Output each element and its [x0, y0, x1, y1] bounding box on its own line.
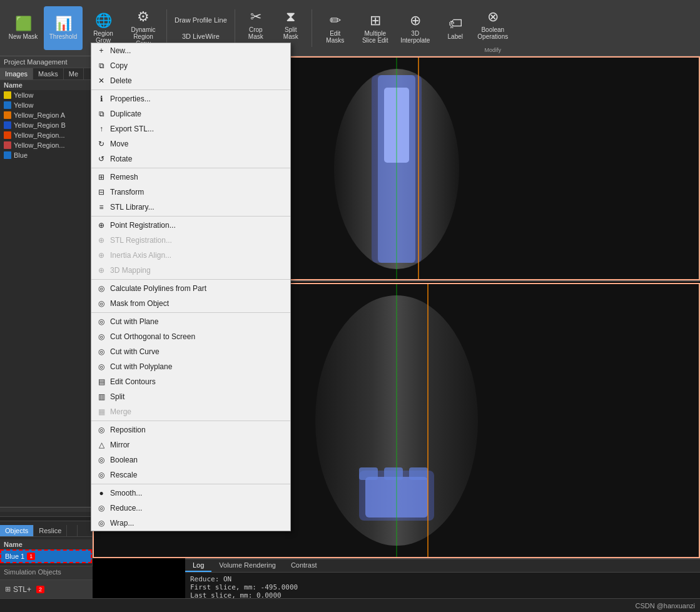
context-menu: + New... ⧉ Copy ✕ Delete ℹ Properties...… — [91, 43, 291, 531]
ctx-point-registration[interactable]: ⊕ Point Registration... — [91, 218, 290, 233]
ctx-edit-contours[interactable]: ▤ Edit Contours — [91, 374, 290, 389]
new-mask-label: New Mask — [9, 33, 38, 40]
panel-tabs: Images Masks Me — [0, 68, 92, 80]
mask-item-yellow-region-b[interactable]: Yellow_Region B — [0, 120, 92, 130]
tab-objects[interactable]: Objects — [0, 525, 34, 536]
ctx-wrap-label: Wrap... — [110, 519, 134, 528]
log-tab-log[interactable]: Log — [185, 559, 211, 572]
masks-name-header: Name — [0, 80, 92, 90]
ctx-point-reg-label: Point Registration... — [110, 221, 176, 230]
ctx-export-stl[interactable]: ↑ Export STL... — [91, 121, 290, 136]
mask-item-yellow-region-a[interactable]: Yellow_Region A — [0, 110, 92, 120]
mask-item-blue[interactable]: Blue — [0, 150, 92, 160]
live-wire-button[interactable]: 3D LiveWire — [171, 29, 231, 44]
mask-color-4 — [4, 121, 11, 129]
interpolate-icon: ⊕ — [410, 13, 421, 29]
interpolate-button[interactable]: ⊕ 3D Interpolate — [396, 6, 435, 50]
mask-color-7 — [4, 151, 11, 159]
ctx-reduce[interactable]: ◎ Reduce... — [91, 501, 290, 516]
tab-me[interactable]: Me — [64, 68, 84, 79]
mask-item-yellow-region-4[interactable]: Yellow_Region... — [0, 140, 92, 150]
ctx-boolean[interactable]: ◎ Boolean — [91, 452, 290, 467]
ctx-cut-curve-label: Cut with Curve — [110, 347, 160, 356]
crop-mask-button[interactable]: ✂ CropMask — [239, 3, 273, 46]
ctx-sep-2 — [91, 168, 290, 168]
log-tab-volume[interactable]: Volume Rendering — [211, 559, 283, 572]
ctx-duplicate-label: Duplicate — [110, 110, 141, 118]
stl-bar[interactable]: ⊞ STL+ 2 — [0, 579, 93, 598]
label-button[interactable]: 🏷 Label — [436, 6, 475, 50]
ctx-merge-label: Merge — [110, 407, 131, 416]
tab-masks[interactable]: Masks — [33, 68, 64, 79]
tab-images[interactable]: Images — [0, 68, 33, 79]
edit-masks-icon: ✏ — [330, 13, 341, 29]
ctx-cut-curve[interactable]: ◎ Cut with Curve — [91, 344, 290, 359]
edit-masks-button[interactable]: ✏ EditMasks — [316, 6, 355, 50]
crop-mask-icon: ✂ — [250, 9, 261, 25]
mask-color-1 — [4, 91, 11, 99]
ctx-rotate[interactable]: ↺ Rotate — [91, 151, 290, 166]
mask-item-yellow-region-3[interactable]: Yellow_Region... — [0, 130, 92, 140]
ctx-transform[interactable]: ⊟ Transform — [91, 185, 290, 200]
stl-plus-icon: ⊞ — [5, 585, 11, 593]
draw-profile-line-button[interactable]: Draw Profile Line — [171, 13, 231, 28]
ctx-new[interactable]: + New... — [91, 43, 290, 58]
ctx-mask-from-object[interactable]: ◎ Mask from Object — [91, 296, 290, 311]
ctx-duplicate[interactable]: ⧉ Duplicate — [91, 106, 290, 121]
ctx-delete[interactable]: ✕ Delete — [91, 73, 290, 88]
new-mask-button[interactable]: 🟩 New Mask — [4, 6, 43, 50]
log-tab-contrast[interactable]: Contrast — [283, 559, 325, 572]
ctx-inertia-align: ⊕ Inertia Axis Align... — [91, 248, 290, 263]
ctx-reposition[interactable]: ◎ Reposition — [91, 422, 290, 437]
log-line-2: First slice, mm: -495.0000 — [190, 583, 700, 591]
boolean-label: BooleanOperations — [477, 26, 508, 40]
obj-item-blue1[interactable]: Blue 1 1 — [0, 549, 92, 563]
boolean-button[interactable]: ⊗ BooleanOperations — [476, 3, 510, 46]
simulation-objects: Simulation Objects — [0, 566, 93, 579]
draw-profile-line-label: Draw Profile Line — [175, 16, 227, 24]
ctx-cut-ortho[interactable]: ◎ Cut Orthogonal to Screen — [91, 329, 290, 344]
objects-header: Objects Reslice — [0, 525, 92, 537]
ctx-remesh[interactable]: ⊞ Remesh — [91, 170, 290, 185]
mask-label-7: Blue — [14, 151, 28, 159]
ctx-mirror[interactable]: △ Mirror — [91, 437, 290, 452]
mask-item-yellow1[interactable]: Yellow — [0, 90, 92, 100]
toolbar-divider-1 — [166, 9, 167, 47]
mask-label-6: Yellow_Region... — [14, 141, 65, 149]
ctx-properties[interactable]: ℹ Properties... — [91, 91, 290, 106]
ctx-mask-obj-label: Mask from Object — [110, 299, 169, 308]
log-line-1: Reduce: ON — [190, 575, 700, 583]
label-label: Label — [448, 33, 463, 40]
multiple-slice-button[interactable]: ⊞ MultipleSlice Edit — [356, 6, 395, 50]
ctx-sep-7 — [91, 484, 290, 484]
ctx-copy[interactable]: ⧉ Copy — [91, 58, 290, 73]
ctx-split[interactable]: ▥ Split — [91, 389, 290, 404]
ctx-sep-3 — [91, 216, 290, 217]
ctx-move[interactable]: ↻ Move — [91, 136, 290, 151]
ctx-boolean-label: Boolean — [110, 456, 138, 464]
split-mask-label: SplitMask — [283, 26, 298, 40]
ctx-smooth[interactable]: ● Smooth... — [91, 486, 290, 501]
split-mask-button[interactable]: ⧗ SplitMask — [274, 3, 308, 46]
threshold-button[interactable]: 📊 Threshold — [44, 6, 83, 50]
ctx-cut-polyplane[interactable]: ◎ Cut with Polyplane — [91, 359, 290, 374]
obj-badge-1: 1 — [27, 553, 35, 560]
tab-extra[interactable] — [67, 525, 78, 536]
ctx-mirror-label: Mirror — [110, 441, 129, 449]
ctx-sep-4 — [91, 279, 290, 280]
ctx-wrap[interactable]: ◎ Wrap... — [91, 516, 290, 531]
ctx-reposition-label: Reposition — [110, 426, 146, 434]
live-wire-label: 3D LiveWire — [182, 33, 220, 40]
ctx-cut-plane[interactable]: ◎ Cut with Plane — [91, 314, 290, 329]
mask-item-yellow2[interactable]: Yellow — [0, 100, 92, 110]
ctx-reduce-label: Reduce... — [110, 504, 142, 513]
ctx-rescale[interactable]: ◎ Rescale — [91, 467, 290, 482]
ctx-properties-icon: ℹ — [96, 94, 106, 104]
ctx-calc-polylines[interactable]: ◎ Calculate Polylines from Part — [91, 281, 290, 296]
tab-reslice[interactable]: Reslice — [34, 525, 67, 536]
ctx-mirror-icon: △ — [96, 440, 106, 450]
ctx-stl-library[interactable]: ≡ STL Library... — [91, 200, 290, 215]
ctx-delete-label: Delete — [110, 76, 132, 85]
obj-label-blue1: Blue 1 — [5, 553, 24, 560]
ctx-smooth-label: Smooth... — [110, 489, 142, 497]
